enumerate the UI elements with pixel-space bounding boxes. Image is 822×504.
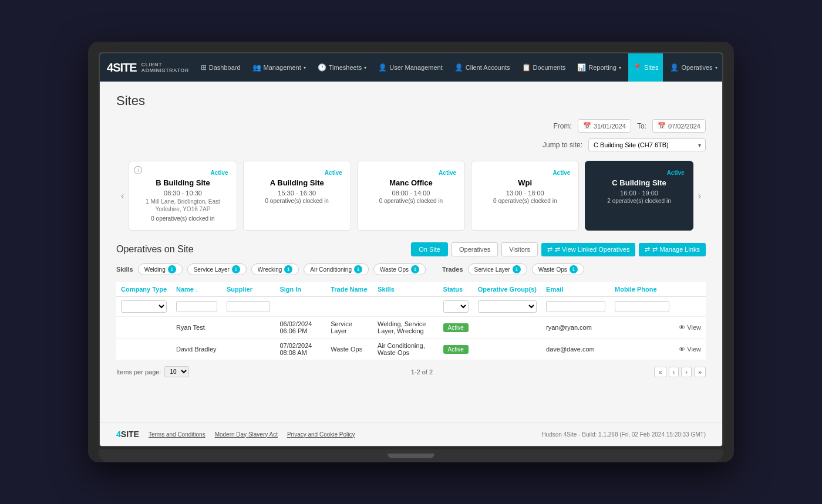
skill-air-conditioning[interactable]: Air Conditioning 1: [304, 263, 369, 275]
row1-mobile: [610, 339, 674, 360]
brand: 4SITE CLIENT ADMINISTRATOR: [107, 61, 189, 75]
filter-status[interactable]: [439, 297, 473, 317]
site-card-a-building[interactable]: Active A Building Site 15:30 - 16:30 0 o…: [243, 161, 351, 231]
site-card-b-building[interactable]: i Active B Building Site 08:30 - 10:30 1…: [129, 161, 237, 231]
site-card-ops-2: 0 operative(s) clocked in: [366, 198, 456, 204]
nav-documents[interactable]: 📋 Documents: [517, 53, 571, 82]
pag-prev[interactable]: ‹: [669, 367, 679, 377]
row1-view[interactable]: 👁 View: [674, 339, 706, 360]
items-per-page-select[interactable]: 10 25 50: [164, 366, 189, 377]
carousel-prev[interactable]: ‹: [116, 186, 129, 206]
table-filter-row: [116, 297, 706, 317]
pag-next[interactable]: ›: [681, 367, 692, 377]
trades-label: Trades: [442, 266, 463, 273]
footer-slavery[interactable]: Modern Day Slavery Act: [215, 431, 278, 438]
per-page: Items per page: 10 25 50: [116, 366, 189, 377]
site-card-ops-3: 0 operative(s) clocked in: [480, 198, 570, 204]
operatives-chevron: ▾: [715, 65, 717, 70]
link-icon: ⇄: [547, 246, 553, 253]
jump-to-site-select[interactable]: C Building Site (CH7 6TB): [588, 138, 706, 151]
trade-service-layer[interactable]: Service Layer 1: [468, 263, 527, 275]
status-select[interactable]: [443, 300, 469, 313]
pag-last[interactable]: »: [694, 367, 706, 377]
site-card-name-3: Wpi: [480, 178, 570, 187]
operatives-title: Operatives on Site: [116, 244, 194, 255]
to-date-input[interactable]: 📅 07/02/2024: [652, 119, 706, 133]
dashboard-icon: ⊞: [201, 63, 207, 72]
view-link-1[interactable]: 👁 View: [679, 346, 701, 353]
nav-timesheets[interactable]: 🕐 Timesheets ▾: [313, 53, 371, 82]
row0-view[interactable]: 👁 View: [674, 317, 706, 339]
filter-group[interactable]: [473, 297, 541, 317]
site-card-c-building[interactable]: Active C Building Site 16:00 - 19:00 2 o…: [585, 161, 693, 231]
view-linked-operatives-button[interactable]: ⇄ ⇄ View Linked Operatives: [541, 243, 635, 256]
trade-waste-ops[interactable]: Waste Ops 1: [532, 263, 584, 275]
nav-client-accounts[interactable]: 👤 Client Accounts: [450, 53, 515, 82]
mobile-filter-input[interactable]: [615, 301, 669, 312]
nav-sites[interactable]: 📍 Sites: [628, 53, 663, 82]
filter-sign-in: [275, 297, 326, 317]
row1-skills: Air Conditioning, Waste Ops: [373, 339, 439, 360]
th-trade-name: Trade Name: [326, 282, 373, 297]
skill-service-layer[interactable]: Service Layer 1: [187, 263, 247, 275]
sites-icon: 📍: [633, 63, 642, 72]
pag-first[interactable]: «: [654, 367, 666, 377]
row0-status: Active: [439, 317, 473, 339]
nav-reporting[interactable]: 📊 Reporting ▾: [572, 53, 626, 82]
filter-mobile[interactable]: [610, 297, 674, 317]
eye-icon-1: 👁: [679, 346, 685, 353]
nav-operatives[interactable]: 👤 Operatives ▾: [665, 53, 722, 82]
skill-wrecking[interactable]: Wrecking 1: [251, 263, 299, 275]
pagination-range: 1-2 of 2: [411, 368, 433, 376]
supplier-filter-input[interactable]: [227, 301, 270, 312]
tab-operatives[interactable]: Operatives: [452, 242, 498, 256]
filter-supplier[interactable]: [222, 297, 275, 317]
company-type-select[interactable]: [121, 300, 167, 313]
documents-icon: 📋: [522, 63, 531, 72]
manage-links-button[interactable]: ⇄ ⇄ Manage Links: [639, 243, 706, 256]
nav-management[interactable]: 👥 Management ▾: [248, 53, 311, 82]
th-actions: [674, 282, 706, 297]
pagination-row: Items per page: 10 25 50 1-2 of 2 « ‹ › …: [116, 360, 706, 383]
skills-label: Skills: [116, 266, 133, 273]
filter-company-type[interactable]: [116, 297, 171, 317]
site-card-status-4: Active: [594, 170, 684, 176]
filter-name[interactable]: [171, 297, 222, 317]
ops-actions: On Site Operatives Visitors ⇄ ⇄ View Lin…: [411, 242, 706, 256]
tab-on-site[interactable]: On Site: [411, 242, 448, 256]
skill-waste-ops[interactable]: Waste Ops 1: [373, 263, 426, 275]
nav-user-management[interactable]: 👤 User Management: [373, 53, 447, 82]
group-select[interactable]: [478, 300, 537, 313]
table-row: Ryan Test 06/02/2024 06:06 PM Service La…: [116, 317, 706, 339]
from-date-value: 31/01/2024: [594, 123, 626, 130]
footer-terms[interactable]: Terms and Conditions: [149, 431, 206, 438]
nav-dashboard[interactable]: ⊞ Dashboard: [196, 53, 245, 82]
sites-cards: i Active B Building Site 08:30 - 10:30 1…: [129, 161, 693, 231]
footer-privacy[interactable]: Privacy and Cookie Policy: [287, 431, 355, 438]
to-label: To:: [637, 122, 646, 130]
name-filter-input[interactable]: [176, 301, 217, 312]
view-link-0[interactable]: 👁 View: [679, 324, 701, 331]
navbar: 4SITE CLIENT ADMINISTRATOR ⊞ Dashboard 👥…: [100, 53, 722, 82]
row0-supplier: [222, 317, 275, 339]
timesheets-icon: 🕐: [318, 63, 326, 72]
from-label: From:: [554, 122, 572, 130]
row0-company-type: [116, 317, 171, 339]
th-name[interactable]: Name ↓: [171, 282, 222, 297]
row1-name: David Bradley: [171, 339, 222, 360]
filter-trade-name: [326, 297, 373, 317]
filter-email[interactable]: [541, 297, 610, 317]
tab-visitors[interactable]: Visitors: [501, 242, 538, 256]
eye-icon-0: 👁: [679, 324, 685, 331]
sites-carousel: ‹ i Active B Building Site 08:30 - 10:30…: [116, 161, 706, 231]
th-mobile-phone: Mobile Phone: [610, 282, 674, 297]
skill-welding[interactable]: Welding 1: [138, 263, 183, 275]
email-filter-input[interactable]: [546, 301, 605, 312]
from-date-input[interactable]: 📅 31/01/2024: [578, 119, 631, 133]
site-card-name-1: A Building Site: [252, 178, 342, 187]
site-card-wpi[interactable]: Active Wpi 13:00 - 18:00 0 operative(s) …: [471, 161, 579, 231]
carousel-next[interactable]: ›: [693, 186, 706, 206]
site-card-manc-office[interactable]: Active Manc Office 08:00 - 14:00 0 opera…: [357, 161, 465, 231]
row1-supplier: [222, 339, 275, 360]
calendar-icon-from: 📅: [583, 122, 591, 130]
